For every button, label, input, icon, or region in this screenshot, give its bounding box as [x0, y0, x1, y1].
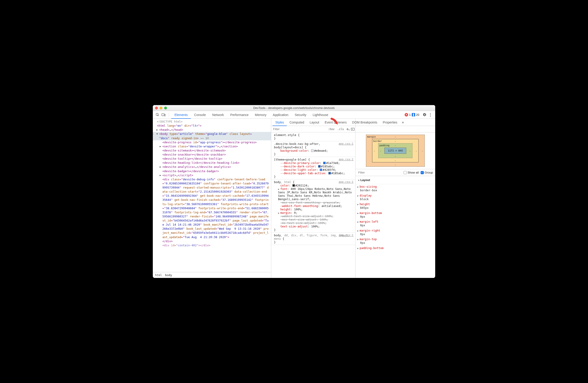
tab-security[interactable]: Security [292, 111, 310, 119]
computed-properties[interactable]: ▶box-sizingborder-box▶displayblock▶heigh… [356, 184, 435, 278]
styles-filter-bar: :hov .cls ▾ [271, 126, 355, 132]
box-model[interactable]: margin ---- border ---- padding ---- 117… [356, 132, 435, 169]
show-all-checkbox[interactable]: Show all [403, 171, 419, 174]
dom-node: <devsite-progress id="app-progress"></de… [153, 140, 271, 144]
devtools-window: DevTools - developers.google.com/web/too… [153, 105, 435, 278]
computed-filter-input[interactable] [358, 171, 402, 174]
tab-event-listeners[interactable]: Event Listeners [322, 119, 350, 126]
more-menu-icon[interactable] [427, 112, 433, 118]
tab-dom-breakpoints[interactable]: DOM Breakpoints [349, 119, 380, 126]
new-style-rule-icon[interactable]: ▾ [345, 127, 350, 131]
style-rules[interactable]: element.style {}app.css:1.devsite-book-n… [271, 132, 355, 278]
styles-filter-input[interactable] [271, 127, 327, 131]
message-badge-icon: ❚ [412, 113, 415, 116]
doctype-line: <!DOCTYPE html> [157, 120, 183, 123]
error-count: 1 [409, 113, 411, 116]
svg-rect-2 [165, 114, 165, 116]
tab-styles[interactable]: Styles [273, 119, 287, 126]
device-toolbar-icon[interactable] [161, 112, 167, 118]
computed-filter-bar: Show all ✓Group [356, 169, 435, 176]
svg-point-4 [430, 115, 431, 115]
bm-padding-label: padding [379, 144, 389, 147]
tab-application[interactable]: Application [270, 111, 292, 119]
bm-border-label: border [373, 140, 382, 142]
computed-panel: margin ---- border ---- padding ---- 117… [356, 119, 435, 278]
expand-icon[interactable]: ▶ [156, 128, 158, 132]
tab-lighthouse[interactable]: Lighthouse [310, 111, 332, 119]
tab-memory[interactable]: Memory [252, 111, 270, 119]
styles-sub-tabs: Styles Computed Layout Event Listeners D… [271, 119, 355, 126]
selected-element[interactable]: ⋯▼<body type="article" theme="google-blu… [153, 132, 271, 140]
computed-group-header[interactable]: Layout [358, 177, 433, 183]
error-counts[interactable]: ✕ 1 ❚ 20 [405, 113, 419, 116]
window-title: DevTools - developers.google.com/web/too… [153, 106, 435, 110]
inspect-icon[interactable] [155, 112, 161, 118]
elements-panel: <!DOCTYPE html> <html lang="en" dir="ltr… [153, 119, 271, 278]
svg-point-5 [430, 116, 431, 116]
svg-point-3 [430, 113, 431, 114]
tab-network[interactable]: Network [209, 111, 227, 119]
more-tabs-icon[interactable]: » [400, 120, 406, 124]
main-tab-bar: Elements Console Network Performance Mem… [153, 111, 435, 119]
group-checkbox[interactable]: ✓Group [421, 171, 433, 174]
tab-console[interactable]: Console [191, 111, 209, 119]
styles-panel: Styles Computed Layout Event Listeners D… [271, 119, 356, 278]
cls-toggle[interactable]: .cls [336, 126, 345, 132]
dom-tree[interactable]: <!DOCTYPE html> <html lang="en" dir="ltr… [153, 119, 271, 272]
source-link[interactable]: app.css:1 [339, 180, 354, 184]
settings-icon[interactable] [421, 112, 427, 118]
tab-elements[interactable]: Elements [171, 111, 191, 119]
bm-content-size: 1171 × 845 [384, 148, 406, 154]
expand-icon[interactable]: ▶ [160, 145, 161, 148]
bm-margin-label: margin [367, 135, 376, 138]
error-badge-icon: ✕ [405, 113, 408, 116]
tab-layout[interactable]: Layout [307, 119, 322, 126]
source-link[interactable]: app.css:1 [339, 142, 354, 145]
toggle-computed-icon[interactable] [350, 128, 355, 131]
tab-performance[interactable]: Performance [227, 111, 252, 119]
tab-computed[interactable]: Computed [287, 119, 307, 126]
message-count: 20 [416, 113, 419, 116]
tab-properties[interactable]: Properties [380, 119, 400, 126]
crumb-html[interactable]: html [155, 273, 162, 277]
crumb-body[interactable]: body [165, 273, 172, 277]
breadcrumb: html body [153, 272, 271, 278]
svg-rect-1 [162, 114, 164, 116]
hov-toggle[interactable]: :hov [327, 126, 336, 132]
collapse-icon[interactable]: ▼ [156, 132, 158, 136]
source-link[interactable]: app.css:1 [339, 233, 354, 237]
titlebar: DevTools - developers.google.com/web/too… [153, 105, 435, 111]
source-link[interactable]: app.css:1 [339, 158, 354, 161]
